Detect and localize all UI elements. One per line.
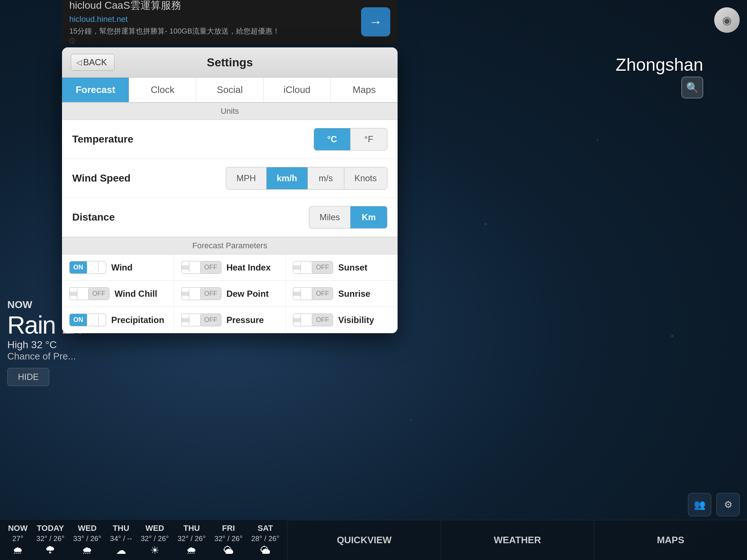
tab-social[interactable]: Social	[196, 78, 263, 102]
weather-high: High 32 °C	[7, 339, 88, 351]
distance-label: Distance	[72, 211, 309, 223]
forecast-item: NOW 27° 🌧	[8, 524, 28, 556]
forecast-params-header: Forecast Parameters	[62, 237, 398, 254]
forecast-icon: 🌧	[82, 544, 92, 556]
param-label-heat-index: Heat Index	[227, 262, 271, 273]
settings-content: Units Temperature °C °F Wind Speed MPH k…	[62, 102, 398, 333]
toggle-precipitation[interactable]: ON	[69, 314, 106, 326]
people-icon[interactable]: 👥	[688, 493, 711, 516]
back-button[interactable]: ◁ BACK	[71, 54, 115, 71]
param-item-visibility: OFFVisibility	[286, 307, 398, 333]
toggle-wind-chill[interactable]: OFF	[69, 287, 109, 300]
camera-button[interactable]: ◉	[714, 7, 740, 33]
ad-text: hicloud CaaS雲運算服務 hicloud.hinet.net 15分鐘…	[69, 0, 354, 45]
forecast-icon: 🌧	[186, 544, 197, 556]
forecast-day: NOW	[8, 524, 28, 533]
tab-clock[interactable]: Clock	[129, 78, 196, 102]
forecast-item: WED 32° / 26° ☀	[141, 524, 169, 556]
param-label-visibility: Visibility	[338, 315, 374, 325]
forecast-day: THU	[113, 524, 129, 533]
forecast-day: SAT	[258, 524, 273, 533]
modal-header: ◁ BACK Settings	[62, 47, 398, 78]
nav-tab-quickview[interactable]: QUICKVIEW	[287, 520, 441, 560]
forecast-day: WED	[146, 524, 164, 533]
tab-maps[interactable]: Maps	[331, 78, 398, 102]
param-item-pressure: OFFPressure	[174, 307, 286, 333]
settings-modal: ◁ BACK Settings ForecastClockSocialiClou…	[62, 47, 398, 333]
forecast-temp: 32° / 26°	[178, 534, 206, 543]
mph-option[interactable]: MPH	[226, 167, 266, 189]
param-item-dew-point: OFFDew Point	[174, 281, 286, 307]
forecast-item: WED 33° / 26° 🌧	[73, 524, 101, 556]
wind-speed-label: Wind Speed	[72, 172, 226, 184]
param-item-heat-index: OFFHeat Index	[174, 254, 286, 281]
forecast-icon: 🌩	[45, 544, 55, 556]
forecast-item: THU 32° / 26° 🌧	[178, 524, 206, 556]
param-label-dew-point: Dew Point	[227, 289, 269, 299]
forecast-temp: 32° / 26°	[36, 534, 65, 543]
param-item-wind: ONWind	[62, 254, 174, 281]
forecast-item: SAT 28° / 26° 🌥	[251, 524, 279, 556]
forecast-day: TODAY	[37, 524, 64, 533]
forecast-temp: 34° / --	[110, 534, 132, 543]
forecast-day: THU	[183, 524, 200, 533]
tabs-row: ForecastClockSocialiCloudMaps	[62, 78, 398, 102]
forecast-item: TODAY 32° / 26° 🌩	[36, 524, 65, 556]
ad-info: ⓘ	[69, 38, 354, 45]
nav-tab-maps[interactable]: MAPS	[594, 520, 747, 560]
forecast-temp: 32° / 26°	[141, 534, 169, 543]
gear-icon[interactable]: ⚙	[716, 493, 740, 516]
forecast-item: THU 34° / -- ☁	[110, 524, 132, 556]
distance-row: Distance Miles Km	[62, 198, 398, 237]
toggle-pressure[interactable]: OFF	[181, 314, 221, 326]
hide-button[interactable]: HIDE	[7, 368, 49, 386]
forecast-icon: ☁	[116, 544, 126, 556]
kmh-option[interactable]: km/h	[267, 167, 308, 189]
km-option[interactable]: Km	[351, 206, 387, 228]
toggle-sunset[interactable]: OFF	[293, 261, 333, 274]
tab-icloud[interactable]: iCloud	[264, 78, 331, 102]
ad-link[interactable]: hicloud.hinet.net	[69, 15, 354, 24]
temperature-label: Temperature	[72, 133, 314, 145]
miles-option[interactable]: Miles	[309, 206, 351, 228]
param-item-precipitation: ONPrecipitation	[62, 307, 174, 333]
params-grid: ONWindOFFHeat IndexOFFSunsetOFFWind Chil…	[62, 254, 398, 333]
nav-tab-weather[interactable]: WEATHER	[441, 520, 594, 560]
forecast-item: FRI 32° / 26° 🌥	[214, 524, 243, 556]
toggle-dew-point[interactable]: OFF	[181, 287, 221, 300]
forecast-day: WED	[78, 524, 97, 533]
fahrenheit-option[interactable]: °F	[351, 128, 387, 150]
toggle-sunrise[interactable]: OFF	[293, 287, 333, 300]
forecast-day: FRI	[222, 524, 235, 533]
forecast-temp: 27°	[12, 534, 23, 543]
distance-segmented: Miles Km	[309, 206, 387, 229]
temperature-row: Temperature °C °F	[62, 120, 398, 159]
modal-title: Settings	[115, 56, 345, 69]
bottom-nav: QUICKVIEWWEATHERMAPS	[287, 520, 747, 560]
param-label-wind-chill: Wind Chill	[115, 289, 157, 299]
forecast-temp: 28° / 26°	[251, 534, 279, 543]
param-label-wind: Wind	[111, 262, 132, 273]
forecast-icon: 🌥	[223, 544, 233, 556]
forecast-temp: 33° / 26°	[73, 534, 101, 543]
param-label-pressure: Pressure	[227, 315, 264, 325]
toggle-visibility[interactable]: OFF	[293, 314, 333, 326]
param-item-sunset: OFFSunset	[286, 254, 398, 281]
param-label-precipitation: Precipitation	[111, 315, 164, 325]
ms-option[interactable]: m/s	[308, 167, 344, 189]
tab-forecast[interactable]: Forecast	[62, 78, 129, 102]
param-item-sunrise: OFFSunrise	[286, 281, 398, 307]
celsius-option[interactable]: °C	[314, 128, 351, 150]
bottom-bar: NOW 27° 🌧 TODAY 32° / 26° 🌩 WED 33° / 26…	[0, 520, 747, 560]
ad-arrow-button[interactable]: →	[361, 7, 390, 36]
search-button[interactable]: 🔍	[681, 77, 703, 98]
wind-speed-segmented: MPH km/h m/s Knots	[226, 167, 387, 190]
back-label: BACK	[83, 57, 107, 67]
toggle-wind[interactable]: ON	[69, 261, 106, 274]
forecast-icon: 🌥	[260, 544, 270, 556]
ad-desc: 15分鐘，幫您拼運算也拼勝算- 100GB流量大放送，給您超優惠！	[69, 26, 354, 36]
param-item-wind-chill: OFFWind Chill	[62, 281, 174, 307]
toggle-heat-index[interactable]: OFF	[181, 261, 221, 274]
forecast-temp: 32° / 26°	[214, 534, 243, 543]
knots-option[interactable]: Knots	[344, 167, 387, 189]
